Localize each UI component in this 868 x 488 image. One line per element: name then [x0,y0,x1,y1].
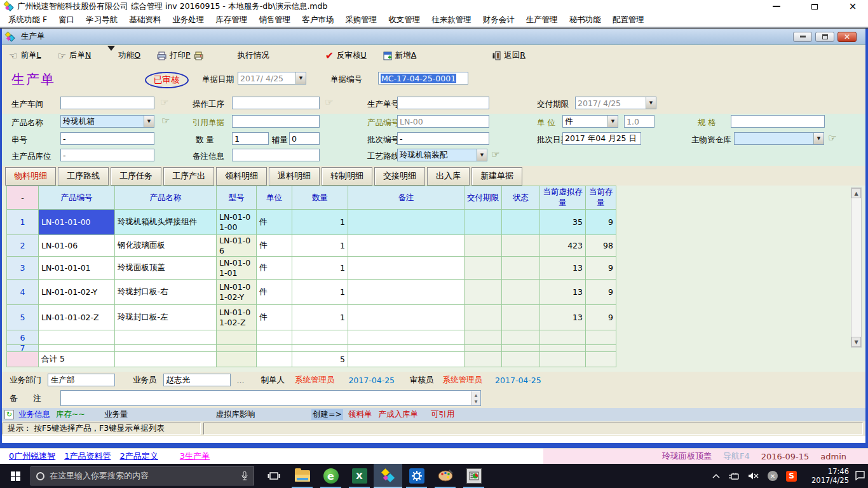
tab-transfer-detail[interactable]: 转制明细 [322,167,372,186]
switch-production-order[interactable]: 3生产单 [180,451,210,462]
unit-factor-input[interactable]: 1.0 [624,115,654,128]
restore-button[interactable] [810,2,820,11]
cell-name[interactable]: 钢化玻璃面板 [115,235,217,257]
cell-virtual-stock[interactable]: 13 [540,305,586,330]
taskbar-clock[interactable]: 17:46 2017/4/25 [803,467,849,485]
cell-model[interactable]: LN-01-01-00 [217,210,257,235]
stock-link[interactable]: 库存~~ [56,409,85,420]
cell-code[interactable]: LN-01-01-00 [39,210,115,235]
next-doc-button[interactable]: ☞ 后单N [57,50,91,62]
cell-name[interactable]: 玲珑封口板-右 [115,280,217,305]
cell-unit[interactable]: 件 [257,210,292,235]
taskbar-browser[interactable]: e [316,464,345,488]
op-input[interactable] [232,97,320,109]
cell-note[interactable] [348,330,465,345]
cell-name[interactable] [115,330,217,345]
cell-status[interactable] [502,280,540,305]
cell-index[interactable]: 7 [7,345,39,352]
add-new-button[interactable]: 新增A [383,50,417,61]
cell-note[interactable] [348,280,465,305]
start-button[interactable] [0,464,31,488]
cell-unit[interactable]: 件 [257,235,292,257]
order-no-input[interactable] [397,97,489,109]
create-label[interactable]: 创建=> [311,409,343,420]
cell-note[interactable] [348,235,465,257]
cell-model[interactable]: LN-01-06 [217,235,257,257]
cell-due[interactable] [465,305,502,330]
taskbar-excel[interactable]: X [345,464,374,488]
cell-qty[interactable]: 1 [292,305,348,330]
tab-process-route[interactable]: 工序路线 [58,167,109,186]
menu-inventory[interactable]: 库存管理 [210,15,253,25]
switch-main-window[interactable]: 0广州锐速智 [9,451,55,462]
cell-model[interactable] [217,330,257,345]
cell-stock[interactable]: 9 [586,280,616,305]
cell-qty[interactable]: 1 [292,257,348,280]
cell-name[interactable]: 玲珑封口板-左 [115,305,217,330]
menu-guide[interactable]: 学习导航 [80,15,123,25]
switch-product-define[interactable]: 2产品定义 [120,451,158,462]
batch-date-input[interactable]: 2017 年04 月25 日 [562,132,641,145]
cell-name[interactable] [115,345,217,352]
referable-link[interactable]: 可引用 [431,409,455,420]
menu-payment[interactable]: 收支管理 [383,15,426,25]
menu-accounts[interactable]: 往来款管理 [426,15,477,25]
cell-status[interactable] [502,257,540,280]
cell-due[interactable] [465,210,502,235]
unaudit-button[interactable]: ✔ 反审核U [325,50,367,62]
scroll-down-icon[interactable]: ▼ [851,337,861,347]
cell-qty[interactable]: 1 [292,210,348,235]
tab-process-task[interactable]: 工序任务 [111,167,161,186]
task-view-button[interactable] [259,464,288,488]
taskbar-file-explorer[interactable] [288,464,316,488]
cell-stock[interactable]: 9 [586,210,616,235]
cell-code[interactable]: LN-01-06 [39,235,115,257]
taskbar-erp-app[interactable] [374,464,402,488]
cell-index[interactable]: 6 [7,330,39,345]
memo-info-input[interactable] [232,149,320,161]
cell-virtual-stock[interactable]: 13 [540,280,586,305]
cell-code[interactable] [39,330,115,345]
action-center-button[interactable] [855,470,865,482]
prev-doc-button[interactable]: ☜ 前单L [9,50,41,62]
menu-secretary[interactable]: 秘书功能 [564,15,607,25]
cell-virtual-stock[interactable] [540,345,586,352]
batch-no-input[interactable]: - [397,132,489,145]
doc-no-input[interactable]: MC-17-04-25-0001 [378,72,468,85]
cell-due[interactable] [465,345,502,352]
cell-code[interactable]: LN-01-01-01 [39,257,115,280]
tab-return-detail[interactable]: 退料明细 [269,167,320,186]
menu-window[interactable]: 窗口 [53,15,80,25]
function-menu-button[interactable]: 功能O [107,50,140,61]
doc-restore-button[interactable] [815,32,834,42]
route-picker-icon[interactable]: ☞ [491,150,499,159]
clerk-more-button[interactable]: ... [237,376,245,385]
due-combo[interactable]: 2017/ 4/25▼ [575,97,656,109]
serial-input[interactable]: - [60,132,154,145]
spin-down-icon[interactable]: ▼ [472,398,480,405]
menu-finance[interactable]: 财务会计 [477,15,520,25]
cell-note[interactable] [348,210,465,235]
memo-textarea[interactable]: ▲▼ [60,390,481,406]
taskbar-settings-app[interactable] [402,464,431,488]
doc-minimize-button[interactable] [793,32,812,42]
cell-code[interactable] [39,345,115,352]
cell-index[interactable]: 2 [7,235,39,257]
cell-code[interactable]: LN-01-01-02-Y [39,280,115,305]
memo-spinner[interactable]: ▲▼ [471,391,480,405]
doc-close-button[interactable]: ✕ [837,32,857,42]
business-info-link[interactable]: 业务信息 [18,409,50,420]
mic-icon[interactable] [241,471,248,481]
nav-f4-label[interactable]: 导航F4 [723,451,750,462]
cell-note[interactable] [348,305,465,330]
cell-stock[interactable]: 9 [586,257,616,280]
spin-up-icon[interactable]: ▲ [472,391,480,398]
product-loc-input[interactable]: - [60,149,154,161]
scroll-up-icon[interactable]: ▲ [851,188,861,198]
cell-model[interactable]: LN-01-01-01 [217,257,257,280]
cell-status[interactable] [502,305,540,330]
cell-qty[interactable] [292,330,348,345]
cell-unit[interactable] [257,345,292,352]
cell-status[interactable] [502,330,540,345]
volume-muted-icon[interactable] [748,471,759,480]
